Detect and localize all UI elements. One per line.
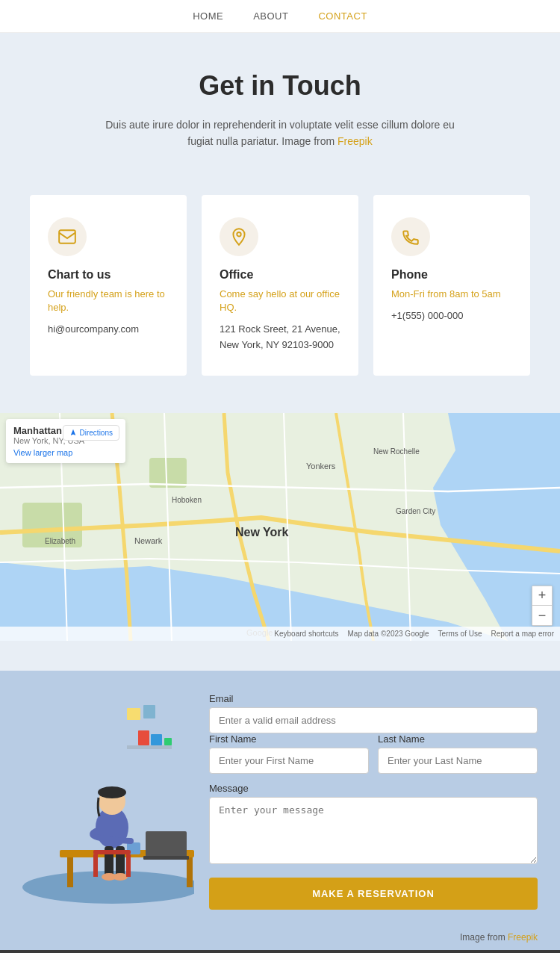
svg-rect-18 [146,831,187,857]
map-section: New York Yonkers New Rochelle Newark Hob… [0,413,560,671]
svg-rect-34 [164,738,172,745]
hero-section: Get in Touch Duis aute irure dolor in re… [0,33,560,180]
navigation: HOME ABOUT CONTACT [0,0,560,33]
lastname-label: Last Name [378,733,538,745]
svg-text:Newark: Newark [134,536,163,545]
map-place-name: Manhattan [13,425,62,436]
phone-icon [401,227,420,246]
card-phone: Phone Mon-Fri from 8am to 5am +1(555) 00… [373,195,530,376]
svg-rect-0 [59,230,75,243]
page-title: Get in Touch [60,70,500,102]
nav-about[interactable]: ABOUT [253,10,288,22]
map-container[interactable]: New York Yonkers New Rochelle Newark Hob… [0,413,560,641]
svg-text:Elizabeth: Elizabeth [45,537,75,545]
svg-rect-32 [138,730,149,745]
map-footer-terms: Terms of Use [438,630,482,638]
card-office-subtitle: Come say hello at our office HQ. [220,288,340,314]
contact-form: Email First Name Last Name Message MAKE … [194,671,560,928]
cards-section: Chart to us Our friendly team is here to… [0,180,560,413]
email-icon-wrapper [48,217,87,256]
footer: Sample text. Click to select the Text El… [0,950,560,953]
name-row: First Name Last Name [209,733,538,774]
freepik-link-hero[interactable]: Freepik [337,135,373,147]
svg-rect-33 [151,734,162,745]
submit-button[interactable]: MAKE A RESERVATION [209,878,538,910]
message-textarea[interactable] [209,797,538,864]
svg-point-1 [237,232,240,236]
zoom-in-button[interactable]: + [532,586,552,606]
form-section: Email First Name Last Name Message MAKE … [0,671,560,928]
card-office-info: 121 Rock Sreet, 21 Avenue,New York, NY 9… [220,322,340,353]
svg-text:Hoboken: Hoboken [172,496,202,504]
map-footer-data: Map data ©2023 Google [347,630,429,638]
hero-description: Duis aute irure dolor in reprehenderit i… [93,117,467,150]
card-phone-subtitle: Mon-Fri from 8am to 5am [391,288,512,301]
location-icon [229,227,249,246]
card-email-subtitle: Our friendly team is here to help. [48,288,169,314]
card-phone-title: Phone [391,268,512,282]
map-footer-shortcuts: Keyboard shortcuts [274,630,338,638]
view-larger-map-link[interactable]: View larger map [13,448,118,457]
card-email: Chart to us Our friendly team is here to… [30,195,187,376]
card-email-info: hi@ourcompany.com [48,322,169,338]
svg-rect-19 [143,856,189,860]
freepik-link-form[interactable]: Freepik [508,932,538,943]
phone-icon-wrapper [391,217,430,256]
svg-text:New Rochelle: New Rochelle [373,447,420,456]
svg-point-27 [113,873,128,881]
svg-rect-31 [127,745,172,749]
card-phone-info: +1(555) 000-000 [391,308,512,324]
lastname-input[interactable] [378,748,538,774]
svg-rect-35 [127,708,140,720]
card-office-title: Office [220,268,340,282]
zoom-out-button[interactable]: − [532,606,552,625]
map-footer-report: Report a map error [491,630,554,638]
message-label: Message [209,783,538,794]
firstname-label: First Name [209,733,369,745]
location-icon-wrapper [220,217,258,256]
firstname-input[interactable] [209,748,369,774]
nav-contact[interactable]: CONTACT [318,10,367,22]
svg-text:Yonkers: Yonkers [306,462,336,471]
directions-button[interactable]: Directions [63,425,119,441]
svg-point-23 [98,786,126,798]
email-input[interactable] [209,707,538,733]
svg-rect-16 [67,857,73,887]
svg-rect-30 [126,854,131,877]
nav-home[interactable]: HOME [193,10,223,22]
card-office: Office Come say hello at our office HQ. … [202,195,358,376]
map-footer: Keyboard shortcuts Map data ©2023 Google… [0,627,560,641]
svg-rect-36 [143,705,155,718]
image-credit-bar: Image from Freepik [0,928,560,950]
office-illustration [0,671,194,925]
svg-rect-29 [93,854,98,877]
card-email-title: Chart to us [48,268,169,282]
svg-text:Garden City: Garden City [396,507,435,515]
email-icon [57,227,77,246]
email-label: Email [209,693,538,704]
svg-rect-28 [93,850,131,854]
svg-text:New York: New York [235,526,289,538]
map-popup: Manhattan New York, NY, USA Directions V… [6,419,125,463]
map-zoom-controls: + − [532,586,553,626]
form-illustration [0,671,194,928]
svg-rect-17 [187,857,193,887]
